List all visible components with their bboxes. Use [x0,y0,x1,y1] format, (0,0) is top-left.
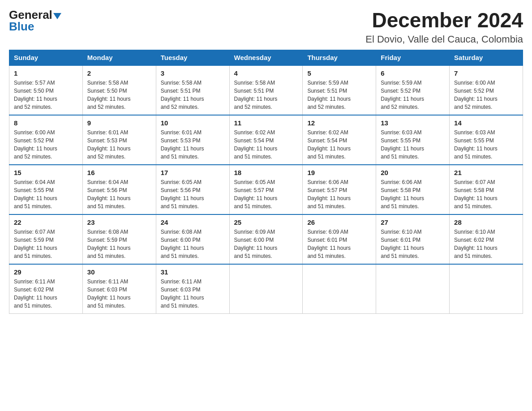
day-info: Sunrise: 6:00 AMSunset: 5:52 PMDaylight:… [14,128,78,161]
day-info: Sunrise: 5:58 AMSunset: 5:51 PMDaylight:… [161,79,225,111]
day-info: Sunrise: 6:11 AMSunset: 6:03 PMDaylight:… [87,278,151,310]
day-number: 24 [161,218,225,226]
day-info: Sunrise: 6:01 AMSunset: 5:53 PMDaylight:… [161,128,225,161]
table-row: 10Sunrise: 6:01 AMSunset: 5:53 PMDayligh… [156,115,229,165]
day-number: 10 [161,119,225,127]
location-title: El Dovio, Valle del Cauca, Colombia [365,34,523,45]
day-info: Sunrise: 6:10 AMSunset: 6:01 PMDaylight:… [381,228,445,260]
day-info: Sunrise: 6:10 AMSunset: 6:02 PMDaylight:… [454,228,518,260]
day-number: 19 [307,169,371,176]
table-row: 24Sunrise: 6:08 AMSunset: 6:00 PMDayligh… [156,214,229,264]
calendar-table: Sunday Monday Tuesday Wednesday Thursday… [9,50,523,314]
day-info: Sunrise: 5:58 AMSunset: 5:51 PMDaylight:… [234,79,298,111]
day-number: 13 [381,119,445,127]
table-row: 21Sunrise: 6:07 AMSunset: 5:58 PMDayligh… [450,165,523,214]
month-title: December 2024 [365,9,523,32]
table-row: 2Sunrise: 5:58 AMSunset: 5:50 PMDaylight… [82,65,156,115]
day-number: 18 [234,169,298,176]
day-info: Sunrise: 6:04 AMSunset: 5:55 PMDaylight:… [14,178,78,210]
day-number: 2 [87,69,151,77]
day-number: 3 [161,69,225,77]
day-number: 8 [14,119,78,127]
table-row: 18Sunrise: 6:05 AMSunset: 5:57 PMDayligh… [229,165,303,214]
day-number: 6 [381,69,445,77]
day-number: 30 [87,268,151,276]
day-info: Sunrise: 5:59 AMSunset: 5:52 PMDaylight:… [381,79,445,111]
table-row [303,264,376,314]
day-info: Sunrise: 6:08 AMSunset: 6:00 PMDaylight:… [161,228,225,260]
day-info: Sunrise: 6:11 AMSunset: 6:02 PMDaylight:… [14,278,78,310]
day-info: Sunrise: 6:06 AMSunset: 5:58 PMDaylight:… [381,178,445,210]
day-info: Sunrise: 6:07 AMSunset: 5:58 PMDaylight:… [454,178,518,210]
table-row: 6Sunrise: 5:59 AMSunset: 5:52 PMDaylight… [376,65,450,115]
table-row: 27Sunrise: 6:10 AMSunset: 6:01 PMDayligh… [376,214,450,264]
table-row: 3Sunrise: 5:58 AMSunset: 5:51 PMDaylight… [156,65,229,115]
day-info: Sunrise: 6:07 AMSunset: 5:59 PMDaylight:… [14,228,78,260]
table-row: 22Sunrise: 6:07 AMSunset: 5:59 PMDayligh… [9,214,83,264]
table-row: 16Sunrise: 6:04 AMSunset: 5:56 PMDayligh… [82,165,156,214]
day-info: Sunrise: 6:03 AMSunset: 5:55 PMDaylight:… [381,128,445,161]
header-wednesday: Wednesday [229,50,303,65]
logo-triangle-icon [53,13,61,19]
table-row: 19Sunrise: 6:06 AMSunset: 5:57 PMDayligh… [303,165,376,214]
calendar-week-row: 1Sunrise: 5:57 AMSunset: 5:50 PMDaylight… [9,65,523,115]
calendar-week-row: 8Sunrise: 6:00 AMSunset: 5:52 PMDaylight… [9,115,523,165]
day-info: Sunrise: 6:05 AMSunset: 5:56 PMDaylight:… [161,178,225,210]
day-number: 14 [454,119,518,127]
calendar-week-row: 29Sunrise: 6:11 AMSunset: 6:02 PMDayligh… [9,264,523,314]
day-info: Sunrise: 6:02 AMSunset: 5:54 PMDaylight:… [307,128,371,161]
header: General Blue December 2024 El Dovio, Val… [9,9,523,45]
day-number: 12 [307,119,371,127]
table-row: 29Sunrise: 6:11 AMSunset: 6:02 PMDayligh… [9,264,83,314]
day-info: Sunrise: 6:11 AMSunset: 6:03 PMDaylight:… [161,278,225,310]
table-row [229,264,303,314]
table-row: 5Sunrise: 5:59 AMSunset: 5:51 PMDaylight… [303,65,376,115]
table-row: 23Sunrise: 6:08 AMSunset: 5:59 PMDayligh… [82,214,156,264]
header-saturday: Saturday [450,50,523,65]
table-row: 20Sunrise: 6:06 AMSunset: 5:58 PMDayligh… [376,165,450,214]
table-row: 30Sunrise: 6:11 AMSunset: 6:03 PMDayligh… [82,264,156,314]
day-number: 25 [234,218,298,226]
table-row [450,264,523,314]
table-row: 13Sunrise: 6:03 AMSunset: 5:55 PMDayligh… [376,115,450,165]
day-info: Sunrise: 6:06 AMSunset: 5:57 PMDaylight:… [307,178,371,210]
table-row: 26Sunrise: 6:09 AMSunset: 6:01 PMDayligh… [303,214,376,264]
table-row: 25Sunrise: 6:09 AMSunset: 6:00 PMDayligh… [229,214,303,264]
table-row: 9Sunrise: 6:01 AMSunset: 5:53 PMDaylight… [82,115,156,165]
day-number: 4 [234,69,298,77]
title-block: December 2024 El Dovio, Valle del Cauca,… [365,9,523,45]
header-tuesday: Tuesday [156,50,229,65]
day-number: 29 [14,268,78,276]
day-number: 1 [14,69,78,77]
day-info: Sunrise: 6:08 AMSunset: 5:59 PMDaylight:… [87,228,151,260]
day-number: 22 [14,218,78,226]
header-thursday: Thursday [303,50,376,65]
day-info: Sunrise: 6:00 AMSunset: 5:52 PMDaylight:… [454,79,518,111]
table-row: 15Sunrise: 6:04 AMSunset: 5:55 PMDayligh… [9,165,83,214]
day-number: 9 [87,119,151,127]
day-info: Sunrise: 6:09 AMSunset: 6:01 PMDaylight:… [307,228,371,260]
day-info: Sunrise: 6:03 AMSunset: 5:55 PMDaylight:… [454,128,518,161]
day-number: 31 [161,268,225,276]
calendar-header-row: Sunday Monday Tuesday Wednesday Thursday… [9,50,523,65]
day-info: Sunrise: 6:01 AMSunset: 5:53 PMDaylight:… [87,128,151,161]
table-row [376,264,450,314]
day-number: 28 [454,218,518,226]
table-row: 12Sunrise: 6:02 AMSunset: 5:54 PMDayligh… [303,115,376,165]
header-friday: Friday [376,50,450,65]
calendar-week-row: 22Sunrise: 6:07 AMSunset: 5:59 PMDayligh… [9,214,523,264]
table-row: 31Sunrise: 6:11 AMSunset: 6:03 PMDayligh… [156,264,229,314]
day-info: Sunrise: 6:02 AMSunset: 5:54 PMDaylight:… [234,128,298,161]
day-number: 21 [454,169,518,176]
day-number: 15 [14,169,78,176]
day-info: Sunrise: 6:04 AMSunset: 5:56 PMDaylight:… [87,178,151,210]
header-sunday: Sunday [9,50,83,65]
logo-blue-text: Blue [9,20,34,33]
table-row: 7Sunrise: 6:00 AMSunset: 5:52 PMDaylight… [450,65,523,115]
day-info: Sunrise: 5:59 AMSunset: 5:51 PMDaylight:… [307,79,371,111]
table-row: 4Sunrise: 5:58 AMSunset: 5:51 PMDaylight… [229,65,303,115]
day-info: Sunrise: 6:09 AMSunset: 6:00 PMDaylight:… [234,228,298,260]
table-row: 14Sunrise: 6:03 AMSunset: 5:55 PMDayligh… [450,115,523,165]
day-number: 5 [307,69,371,77]
day-number: 16 [87,169,151,176]
